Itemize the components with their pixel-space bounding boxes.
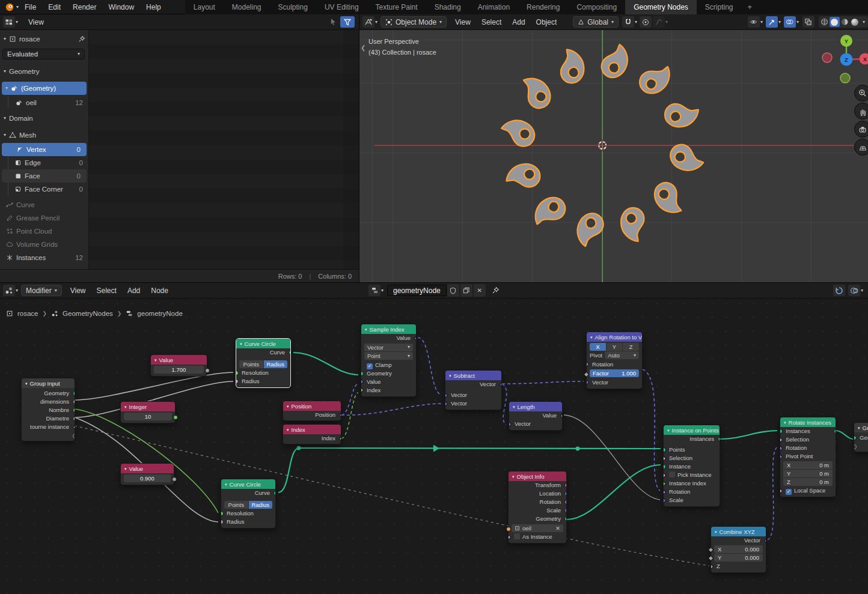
x-field[interactable]: X0.000 <box>714 545 763 553</box>
domain-select[interactable]: Point▾ <box>364 352 413 360</box>
gizmo-neg-x-axis[interactable] <box>822 53 832 62</box>
snap-magnet-icon[interactable] <box>622 16 634 28</box>
instanced-leaf-shape[interactable] <box>529 192 570 234</box>
socket-value-in[interactable] <box>361 379 364 385</box>
socket-diametre-out[interactable] <box>73 416 75 421</box>
tab-shading[interactable]: Shading <box>426 0 469 14</box>
socket-nombre-out[interactable] <box>73 408 75 413</box>
pivot-select[interactable]: Auto▾ <box>605 351 639 359</box>
transform-orientation-select[interactable]: Global ▾ <box>573 16 619 28</box>
add-workspace-button[interactable]: + <box>742 0 759 14</box>
socket-resolution-in[interactable] <box>221 511 224 516</box>
radius-mode-button[interactable]: Radius <box>264 360 288 368</box>
menu-render[interactable]: Render <box>67 0 102 14</box>
viewport-menu-object[interactable]: Object <box>531 14 563 30</box>
breadcrumb-modifier[interactable]: GeometryNodes <box>63 310 113 317</box>
proportional-edit-icon[interactable] <box>640 16 652 28</box>
filter-button[interactable] <box>340 16 355 28</box>
socket-value-out[interactable] <box>560 413 562 419</box>
node-menu-add[interactable]: Add <box>122 283 145 299</box>
visibility-icon[interactable] <box>748 16 760 28</box>
overlay-sphere-icon[interactable] <box>848 285 860 296</box>
socket-rotation-in[interactable] <box>587 362 589 368</box>
tab-animation[interactable]: Animation <box>469 0 518 14</box>
node-combine-xyz[interactable]: ▾Combine XYZ Vector X0.000 Y0.000 Z <box>711 526 766 573</box>
pivot-y-field[interactable]: Y0 m <box>783 470 833 477</box>
socket-integer-out[interactable] <box>173 415 178 420</box>
as-instance-checkbox[interactable] <box>514 533 520 539</box>
shading-material-button[interactable] <box>840 17 850 27</box>
instanced-leaf-shape[interactable] <box>499 118 536 148</box>
node-tree-icon[interactable] <box>368 285 381 296</box>
instanced-leaf-shape[interactable] <box>662 96 703 132</box>
spreadsheet-menu-view[interactable]: View <box>23 14 49 30</box>
socket-scale-out[interactable] <box>564 508 567 513</box>
socket-selection-in[interactable] <box>664 455 666 461</box>
node-align-rotation[interactable]: ▾Align Rotation to V... X Y Z Pivot Auto… <box>586 332 643 389</box>
collapse-icon[interactable]: ▾ <box>4 69 6 74</box>
domain-row-edge[interactable]: Edge 0 <box>0 156 89 169</box>
socket-instances-in[interactable] <box>780 429 783 434</box>
node-index[interactable]: ▾Index Index <box>283 424 341 444</box>
node-menu-node[interactable]: Node <box>145 283 174 299</box>
node-sample-index[interactable]: ▾Sample Index Value Vector▾ Point▾ ✓Clam… <box>361 324 417 397</box>
instanced-leaf-shape[interactable] <box>575 211 605 249</box>
socket-pivot-point-in[interactable] <box>780 453 783 459</box>
socket-y-in[interactable] <box>708 556 714 562</box>
node-curve-circle-top[interactable]: ▾Curve Circle Curve Points Radius Resolu… <box>236 338 291 388</box>
socket-vector1-in[interactable] <box>445 392 448 398</box>
value-field[interactable]: 1.700 <box>154 366 204 374</box>
pin-icon[interactable] <box>78 35 85 43</box>
shading-rendered-button[interactable] <box>850 17 860 27</box>
tab-geometry-nodes[interactable]: Geometry Nodes <box>625 0 697 14</box>
pivot-x-field[interactable]: X0 m <box>783 461 833 469</box>
data-type-select[interactable]: Vector▾ <box>364 344 413 351</box>
local-space-checkbox[interactable]: ✓ <box>786 489 792 495</box>
socket-vector-out[interactable] <box>763 538 766 544</box>
domain-row-vertex[interactable]: Vertex 0 <box>2 143 87 156</box>
viewport-menu-view[interactable]: View <box>450 14 476 30</box>
child-geometry-row[interactable]: oeil 12 <box>0 96 89 109</box>
tab-uv-editing[interactable]: UV Editing <box>316 0 367 14</box>
socket-scale-in[interactable] <box>664 497 666 503</box>
node-integer[interactable]: ▾Integer 10 <box>120 401 176 423</box>
socket-factor-in[interactable] <box>583 371 589 377</box>
socket-geometry-in[interactable] <box>361 371 364 376</box>
socket-tourne-instance-out[interactable] <box>72 424 75 430</box>
tab-scripting[interactable]: Scripting <box>697 0 742 14</box>
node-group-output[interactable]: ▾Gro Geome <box>854 422 868 452</box>
overlays-toggle[interactable] <box>784 16 796 28</box>
instanced-leaf-shape[interactable] <box>616 205 652 246</box>
socket-object-in[interactable] <box>506 527 511 532</box>
menu-window[interactable]: Window <box>102 0 140 14</box>
xray-toggle[interactable] <box>802 16 815 28</box>
reroute-node[interactable] <box>297 446 301 450</box>
socket-points-in[interactable] <box>664 447 666 452</box>
instanced-leaf-shape[interactable] <box>649 178 691 219</box>
instanced-leaf-shape[interactable] <box>635 58 676 100</box>
node-editor-type-icon[interactable] <box>3 285 15 296</box>
breadcrumb-node-tree[interactable]: geometryNode <box>137 310 182 317</box>
geometry-section[interactable]: ▾ Geometry <box>0 65 89 78</box>
socket-position-out[interactable] <box>338 412 341 418</box>
mesh-row[interactable]: ▾ Mesh <box>0 129 89 142</box>
node-object-info[interactable]: ▾Object Info Transform Location Rotation… <box>508 471 567 544</box>
socket-as-instance-in[interactable] <box>509 534 511 540</box>
sidebar-collapse-chevron[interactable]: ❮ <box>361 44 365 51</box>
geometry-node-editor[interactable]: ▾ Modifier ▾ View Select Add Node ▾ geom… <box>0 282 868 594</box>
socket-geometry-out[interactable] <box>73 391 75 396</box>
socket-radius-in[interactable] <box>236 379 239 384</box>
node-group-input[interactable]: ▾Group Input Geometry dimensions Nombre … <box>21 378 75 441</box>
component-row-instances[interactable]: Instances 12 <box>0 251 89 264</box>
node-subtract[interactable]: ▾Subtract Vector Vector Vector <box>445 370 502 410</box>
clear-object-icon[interactable]: ✕ <box>555 524 560 532</box>
socket-virtual[interactable] <box>73 434 75 438</box>
unlink-button[interactable]: ✕ <box>474 284 486 297</box>
socket-x-in[interactable] <box>708 547 714 553</box>
component-row-point-cloud[interactable]: Point Cloud <box>0 225 89 238</box>
axis-y-button[interactable]: Y <box>607 343 623 351</box>
geometry-item-row[interactable]: ▾ (Geometry) <box>2 82 87 95</box>
node-position[interactable]: ▾Position Position <box>283 401 341 421</box>
instanced-leaf-shape[interactable] <box>600 42 630 79</box>
pivot-z-field[interactable]: Z0 m <box>783 478 833 486</box>
